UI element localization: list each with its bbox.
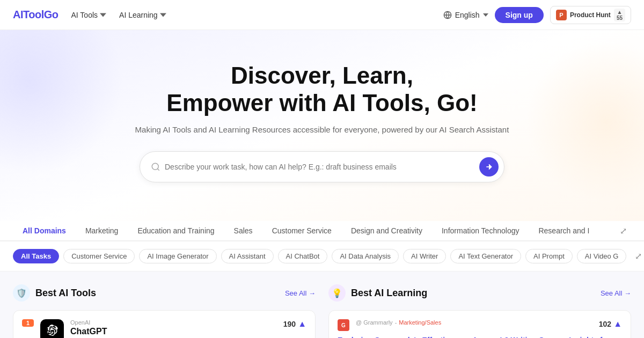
task-tabs: All Tasks Customer Service AI Image Gene… <box>0 241 644 271</box>
domain-tab-education[interactable]: Education and Training <box>128 221 224 241</box>
product-hunt-badge[interactable]: P Product Hunt ▲ 55 <box>550 6 631 24</box>
search-button[interactable] <box>479 157 499 177</box>
search-submit-icon <box>485 163 493 171</box>
domain-tab-all[interactable]: All Domains <box>13 221 76 241</box>
domain-tab-research[interactable]: Research and I <box>529 221 599 241</box>
navbar-left: AIToolGo AI Tools AI Learning <box>13 9 166 21</box>
tools-section-header: 🛡️ Best AI Tools See All → <box>13 284 316 302</box>
task-tab-writer[interactable]: AI Writer <box>403 249 446 263</box>
learning-section-header: 💡 Best AI Learning See All → <box>328 284 631 302</box>
search-bar <box>140 151 504 182</box>
domain-tab-customer[interactable]: Customer Service <box>262 221 341 241</box>
task-tabs-expand[interactable]: ⤢ <box>631 247 644 266</box>
tool-name[interactable]: ChatGPT <box>70 327 277 336</box>
task-tab-image-gen[interactable]: AI Image Generator <box>139 249 216 263</box>
tools-section-title: Best AI Tools <box>35 288 96 299</box>
domain-tabs-expand[interactable]: ⤢ <box>616 222 631 240</box>
svg-point-1 <box>152 163 158 170</box>
learning-category: Marketing/Sales <box>399 319 441 326</box>
hero-title: Discover, Learn, Empower with AI Tools, … <box>13 62 631 116</box>
tools-column: 🛡️ Best AI Tools See All → 1 OpenAI Chat… <box>13 284 316 338</box>
task-tab-customer-service[interactable]: Customer Service <box>63 249 135 263</box>
domain-tab-design[interactable]: Design and Creativity <box>341 221 432 241</box>
hero-subtitle: Making AI Tools and AI Learning Resource… <box>13 125 631 134</box>
learning-vote-arrow-icon: ▲ <box>613 319 622 329</box>
product-hunt-icon: P <box>556 10 567 20</box>
task-tab-chatbot[interactable]: AI ChatBot <box>278 249 328 263</box>
product-hunt-count: ▲ 55 <box>614 9 625 21</box>
tools-see-all[interactable]: See All → <box>285 289 316 297</box>
learning-source: @ Grammarly - Marketing/Sales <box>356 319 592 326</box>
signup-button[interactable]: Sign up <box>495 7 544 23</box>
task-tab-data-analysis[interactable]: AI Data Analysis <box>332 249 399 263</box>
task-tab-text-gen[interactable]: AI Text Generator <box>450 249 521 263</box>
learning-section-title: Best AI Learning <box>351 288 427 299</box>
task-tab-prompt[interactable]: AI Prompt <box>525 249 573 263</box>
learning-see-all[interactable]: See All → <box>601 289 631 297</box>
domain-tab-it[interactable]: Information Technology <box>432 221 529 241</box>
tool-rank: 1 <box>22 319 34 327</box>
domain-tab-marketing[interactable]: Marketing <box>76 221 128 241</box>
tool-source: OpenAI <box>70 319 277 326</box>
navbar: AIToolGo AI Tools AI Learning English Si… <box>0 0 644 30</box>
svg-line-2 <box>157 169 159 171</box>
ai-tools-nav[interactable]: AI Tools <box>71 11 107 19</box>
task-tab-video[interactable]: AI Video G <box>577 249 627 263</box>
learning-section-icon: 💡 <box>328 284 346 302</box>
ai-learning-nav[interactable]: AI Learning <box>119 11 166 19</box>
grammarly-logo: G <box>338 319 349 331</box>
language-selector[interactable]: English <box>443 11 488 19</box>
search-input[interactable] <box>165 163 475 171</box>
task-tab-all[interactable]: All Tasks <box>13 249 59 263</box>
learning-vote[interactable]: 102 ▲ <box>599 319 622 329</box>
main-content: 🛡️ Best AI Tools See All → 1 OpenAI Chat… <box>0 271 644 338</box>
domain-tab-sales[interactable]: Sales <box>224 221 262 241</box>
search-icon <box>151 162 160 172</box>
tools-section-icon: 🛡️ <box>13 284 30 302</box>
vote-arrow-icon: ▲ <box>298 319 306 329</box>
task-tab-assistant[interactable]: AI Assistant <box>221 249 274 263</box>
tool-card-chatgpt: 1 OpenAI ChatGPT 190 ▲ ChatGPT is an AI … <box>13 310 316 338</box>
domain-tabs: All Domains Marketing Education and Trai… <box>0 221 644 241</box>
hero-section: Discover, Learn, Empower with AI Tools, … <box>0 30 644 221</box>
learning-card-grammarly: G @ Grammarly - Marketing/Sales 102 ▲ Ex… <box>328 310 631 338</box>
navbar-right: English Sign up P Product Hunt ▲ 55 <box>443 6 631 24</box>
learning-column: 💡 Best AI Learning See All → G @ Grammar… <box>328 284 631 338</box>
learning-title[interactable]: Exploring Grammarly's Effectiveness Acro… <box>338 335 622 338</box>
chatgpt-logo <box>40 319 64 338</box>
logo[interactable]: AIToolGo <box>13 9 58 21</box>
tool-vote[interactable]: 190 ▲ <box>283 319 306 329</box>
